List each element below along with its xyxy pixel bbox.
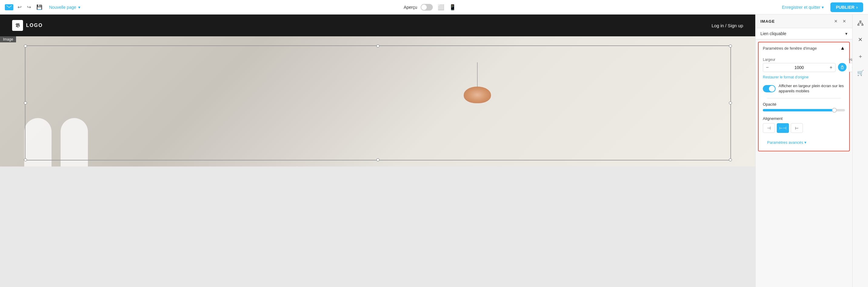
lamp — [464, 62, 491, 103]
main-layout: 𝔅 LOGO Log in / Sign up Image — [0, 14, 868, 287]
align-right-button[interactable]: ⊢ — [791, 123, 803, 133]
alignment-row: ⊣ ⊢⊣ ⊢ — [763, 123, 845, 133]
handle-br[interactable] — [729, 158, 732, 162]
handle-bm[interactable] — [376, 158, 379, 162]
canvas-area[interactable]: 𝔅 LOGO Log in / Sign up Image — [0, 14, 755, 287]
handle-ml[interactable] — [24, 101, 27, 104]
align-left-icon: ⊣ — [767, 125, 771, 131]
publish-arrow-icon: › — [856, 5, 858, 10]
handle-tm[interactable] — [376, 44, 379, 47]
params-chevron-up-icon: ▲ — [840, 45, 845, 51]
panel-title: IMAGE — [761, 19, 775, 24]
svg-rect-1 — [841, 67, 843, 69]
image-section[interactable]: Image — [0, 36, 755, 167]
save-icon-button[interactable]: 💾 — [35, 3, 44, 11]
restore-link[interactable]: Restaurer le format d'origine — [763, 75, 845, 79]
align-left-button[interactable]: ⊣ — [763, 123, 775, 133]
sitemap-icon-button[interactable] — [855, 18, 866, 29]
panel-header: IMAGE ✕ ✕ — [755, 14, 852, 28]
right-panels: IMAGE ✕ ✕ Lien cliquable ▾ Paramètres de… — [755, 14, 868, 287]
desktop-icon[interactable]: ⬜ — [436, 3, 445, 12]
height-decrement-button[interactable]: − — [849, 63, 852, 72]
params-avances-chevron-icon: ▾ — [804, 140, 806, 145]
lamp-cord — [477, 62, 478, 86]
logo-text: LOGO — [26, 23, 43, 28]
handle-mr[interactable] — [729, 101, 732, 104]
panel-header-icons: ✕ ✕ — [833, 18, 847, 24]
apercu-toggle[interactable] — [421, 4, 433, 10]
arch-1 — [24, 118, 52, 167]
chevron-down-icon: ▾ — [78, 5, 80, 10]
svg-rect-2 — [860, 21, 861, 22]
width-input[interactable] — [771, 64, 827, 71]
redo-button[interactable]: ↪ — [26, 3, 32, 11]
lien-dropdown[interactable]: Lien cliquable ▾ — [755, 28, 852, 39]
save-quit-label: Enregistrer et quitter — [782, 5, 820, 10]
cart-icon-button[interactable]: 🛒 — [855, 67, 866, 79]
width-control: − + — [763, 63, 836, 72]
alignement-label: Alignement — [763, 116, 845, 121]
toolbar-center: Aperçu ⬜ 📱 — [86, 3, 775, 12]
arch-container — [24, 118, 88, 167]
mail-icon[interactable] — [5, 4, 13, 10]
publish-label: PUBLIER — [836, 5, 855, 10]
page-selector-button[interactable]: Nouvelle page ▾ — [47, 4, 83, 11]
handle-tl[interactable] — [24, 44, 27, 47]
arch-2 — [61, 118, 88, 167]
params-body: Largeur − + Hauteur — [758, 54, 849, 151]
save-quit-button[interactable]: Enregistrer et quitter ▾ — [778, 3, 827, 11]
width-group: Largeur − + — [763, 58, 836, 72]
add-element-button[interactable]: ＋ — [855, 50, 866, 62]
align-center-icon: ⊢⊣ — [779, 125, 786, 131]
params-avances[interactable]: Paramètres avancés ▾ — [763, 138, 845, 147]
selection-overlay — [25, 45, 731, 160]
lock-aspect-button[interactable] — [838, 63, 846, 71]
opacity-fill — [763, 109, 835, 111]
height-control: − + — [849, 63, 852, 72]
params-header-title: Paramètres de fenêtre d'image — [763, 46, 817, 50]
params-avances-label: Paramètres avancés — [767, 140, 803, 145]
lamp-shade — [464, 86, 491, 103]
apercu-label: Aperçu — [404, 5, 417, 10]
panel-close-button[interactable]: ✕ — [841, 18, 847, 24]
align-right-icon: ⊢ — [795, 125, 799, 131]
close-panel-button[interactable]: ✕ — [856, 34, 865, 45]
toolbar-left: ↩ ↪ 💾 Nouvelle page ▾ — [5, 3, 83, 11]
width-increment-button[interactable]: + — [827, 63, 835, 72]
site-header: 𝔅 LOGO Log in / Sign up — [0, 14, 755, 36]
image-label: Image — [0, 36, 16, 42]
panel-add-button[interactable]: ✕ — [833, 18, 839, 24]
device-icons: ⬜ 📱 — [436, 3, 457, 12]
svg-rect-3 — [858, 25, 859, 26]
logo-area: 𝔅 LOGO — [12, 20, 43, 31]
opacite-label: Opacité — [763, 102, 845, 107]
fullscreen-toggle[interactable] — [763, 85, 776, 92]
save-chevron-icon: ▾ — [822, 5, 824, 10]
height-group: Hauteur − + — [849, 58, 852, 72]
logo-icon: 𝔅 — [12, 20, 23, 31]
fullscreen-label: Afficher en largeur plein écran sur les … — [779, 83, 845, 94]
handle-tr[interactable] — [729, 44, 732, 47]
params-header[interactable]: Paramètres de fenêtre d'image ▲ — [758, 42, 849, 54]
opacity-slider[interactable] — [763, 109, 845, 111]
image-placeholder — [0, 36, 755, 167]
svg-rect-4 — [862, 25, 863, 26]
page-content: 𝔅 LOGO Log in / Sign up Image — [0, 14, 755, 167]
lien-label: Lien cliquable — [761, 31, 786, 36]
opacity-thumb[interactable] — [832, 108, 837, 113]
lien-chevron-icon: ▾ — [845, 31, 847, 36]
hauteur-label: Hauteur — [849, 58, 852, 62]
largeur-label: Largeur — [763, 58, 836, 62]
page-label: Nouvelle page — [49, 5, 76, 10]
publish-button[interactable]: PUBLIER › — [830, 2, 863, 12]
params-section: Paramètres de fenêtre d'image ▲ Largeur … — [758, 42, 850, 151]
fullscreen-toggle-row: Afficher en largeur plein écran sur les … — [763, 83, 845, 94]
undo-button[interactable]: ↩ — [17, 3, 23, 11]
width-decrement-button[interactable]: − — [763, 63, 771, 72]
side-icon-strip: ✕ ＋ 🛒 — [852, 14, 868, 287]
settings-panel: IMAGE ✕ ✕ Lien cliquable ▾ Paramètres de… — [755, 14, 852, 287]
nav-text: Log in / Sign up — [712, 23, 743, 28]
mobile-icon[interactable]: 📱 — [448, 3, 457, 12]
align-center-button[interactable]: ⊢⊣ — [777, 123, 789, 133]
dimension-row: Largeur − + Hauteur — [763, 58, 845, 72]
